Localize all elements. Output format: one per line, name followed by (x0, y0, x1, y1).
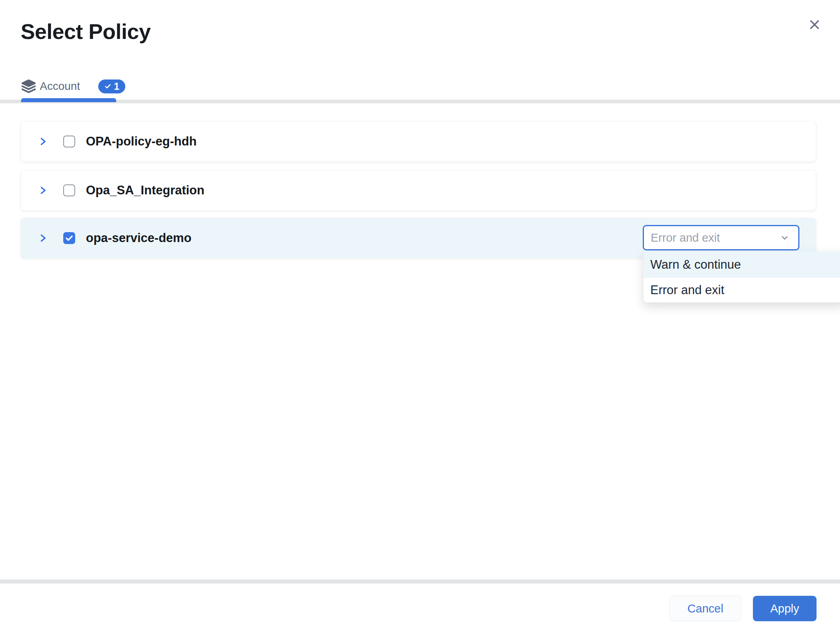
menu-option-warn-continue[interactable]: Warn & continue (644, 252, 840, 278)
cancel-button-label: Cancel (687, 602, 723, 615)
cancel-button[interactable]: Cancel (669, 596, 741, 621)
policy-name: Opa_SA_Integration (86, 183, 204, 198)
menu-option-error-exit[interactable]: Error and exit (644, 278, 840, 302)
check-icon (104, 83, 111, 90)
close-icon (808, 18, 821, 31)
tab-account-badge: 1 (98, 79, 125, 93)
tab-badge-count: 1 (114, 81, 119, 92)
policy-name: opa-service-demo (86, 231, 191, 245)
failure-strategy-value: Error and exit (651, 231, 780, 244)
chevron-down-icon (780, 233, 789, 242)
menu-option-label: Warn & continue (650, 258, 741, 272)
footer-divider (0, 580, 840, 583)
chevron-right-icon[interactable] (38, 232, 49, 244)
policy-checkbox[interactable] (63, 184, 75, 196)
policy-name: OPA-policy-eg-hdh (86, 134, 196, 149)
policy-row-opa-sa-integration[interactable]: Opa_SA_Integration (21, 170, 816, 211)
chevron-right-icon[interactable] (38, 184, 49, 196)
close-button[interactable] (805, 15, 824, 34)
chevron-right-icon[interactable] (38, 136, 49, 147)
menu-option-label: Error and exit (650, 283, 724, 297)
tab-account[interactable]: Account 1 (21, 74, 125, 99)
failure-strategy-select[interactable]: Error and exit (643, 225, 799, 250)
page-title: Select Policy (21, 19, 151, 44)
select-policy-modal: Select Policy Account 1 (0, 0, 840, 628)
tabs-divider (0, 100, 840, 103)
layers-icon (21, 79, 36, 94)
policy-checkbox[interactable] (63, 136, 75, 147)
apply-button-label: Apply (770, 602, 799, 615)
apply-button[interactable]: Apply (753, 596, 817, 621)
failure-strategy-menu: Warn & continue Error and exit (644, 252, 840, 302)
policy-row-opa-policy-eg-hdh[interactable]: OPA-policy-eg-hdh (21, 121, 816, 162)
policy-checkbox[interactable] (63, 232, 75, 244)
active-tab-indicator (21, 98, 116, 102)
tab-account-label: Account (40, 80, 80, 93)
